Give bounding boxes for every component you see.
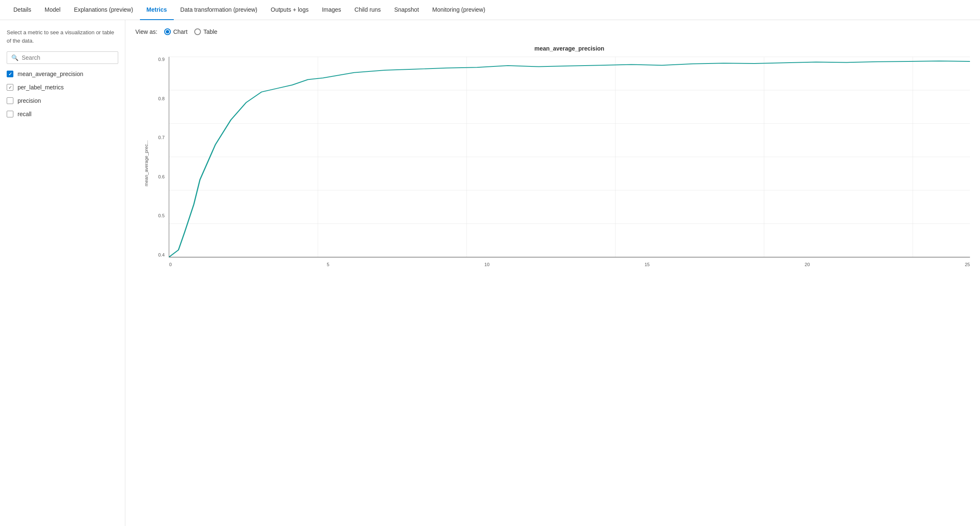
checkbox-precision[interactable] (7, 97, 13, 104)
main-layout: Select a metric to see a visualization o… (0, 20, 980, 526)
y-tick: 0.6 (158, 174, 165, 179)
checkbox-per_label_metrics[interactable] (7, 84, 13, 91)
x-axis: 0510152025 (169, 262, 970, 267)
y-tick: 0.9 (158, 57, 165, 62)
metric-label-precision: precision (18, 97, 41, 104)
chart-plot: 0510152025 (169, 57, 970, 257)
x-tick: 5 (327, 262, 329, 267)
nav-tab-model[interactable]: Model (38, 0, 67, 20)
table-radio-label: Table (203, 28, 217, 35)
sidebar-description: Select a metric to see a visualization o… (7, 28, 118, 45)
nav-tab-explanations[interactable]: Explanations (preview) (67, 0, 140, 20)
metric-label-recall: recall (18, 111, 31, 117)
y-axis: 0.90.80.70.60.50.4 (150, 57, 167, 257)
x-tick: 25 (965, 262, 970, 267)
chart-title: mean_average_precision (169, 45, 970, 52)
chart-radio-option[interactable]: Chart (164, 28, 188, 35)
chart-svg (169, 57, 970, 257)
metric-item-recall[interactable]: recall (7, 111, 118, 117)
chart-wrapper: mean_average_prec... 0.90.80.70.60.50.4 (144, 57, 970, 270)
chart-inner: 0.90.80.70.60.50.4 (150, 57, 970, 270)
y-axis-label: mean_average_prec... (144, 57, 149, 270)
checkbox-mean_average_precision[interactable] (7, 71, 13, 77)
checkbox-recall[interactable] (7, 111, 13, 117)
search-box[interactable]: 🔍 (7, 51, 118, 64)
y-tick: 0.4 (158, 252, 165, 257)
x-tick: 10 (485, 262, 490, 267)
metric-label-mean_average_precision: mean_average_precision (18, 71, 83, 77)
search-input[interactable] (22, 54, 114, 61)
sidebar: Select a metric to see a visualization o… (0, 20, 125, 526)
nav-tab-metrics[interactable]: Metrics (140, 0, 174, 20)
table-radio-circle (194, 28, 201, 35)
chart-container: mean_average_precision mean_average_prec… (144, 45, 970, 270)
view-as-label: View as: (135, 28, 157, 35)
nav-tab-outputs-logs[interactable]: Outputs + logs (264, 0, 315, 20)
chart-radio-circle (164, 28, 171, 35)
nav-tab-child-runs[interactable]: Child runs (348, 0, 388, 20)
y-tick: 0.7 (158, 135, 165, 140)
table-radio-option[interactable]: Table (194, 28, 217, 35)
search-icon: 🔍 (11, 54, 18, 61)
chart-radio-label: Chart (173, 28, 188, 35)
nav-tab-data-transformation[interactable]: Data transformation (preview) (174, 0, 264, 20)
view-as-row: View as: Chart Table (135, 28, 970, 35)
metric-item-mean_average_precision[interactable]: mean_average_precision (7, 71, 118, 77)
nav-tab-monitoring[interactable]: Monitoring (preview) (426, 0, 492, 20)
nav-tab-images[interactable]: Images (315, 0, 348, 20)
x-tick: 20 (805, 262, 810, 267)
metric-label-per_label_metrics: per_label_metrics (18, 84, 64, 91)
top-nav: DetailsModelExplanations (preview)Metric… (0, 0, 980, 20)
metric-list: mean_average_precisionper_label_metricsp… (7, 71, 118, 117)
y-tick: 0.8 (158, 96, 165, 101)
content-area: View as: Chart Table mean_average_precis… (125, 20, 980, 526)
metric-item-per_label_metrics[interactable]: per_label_metrics (7, 84, 118, 91)
y-tick: 0.5 (158, 213, 165, 218)
x-tick: 15 (645, 262, 650, 267)
nav-tab-snapshot[interactable]: Snapshot (388, 0, 426, 20)
x-tick: 0 (169, 262, 172, 267)
nav-tab-details[interactable]: Details (7, 0, 38, 20)
metric-item-precision[interactable]: precision (7, 97, 118, 104)
